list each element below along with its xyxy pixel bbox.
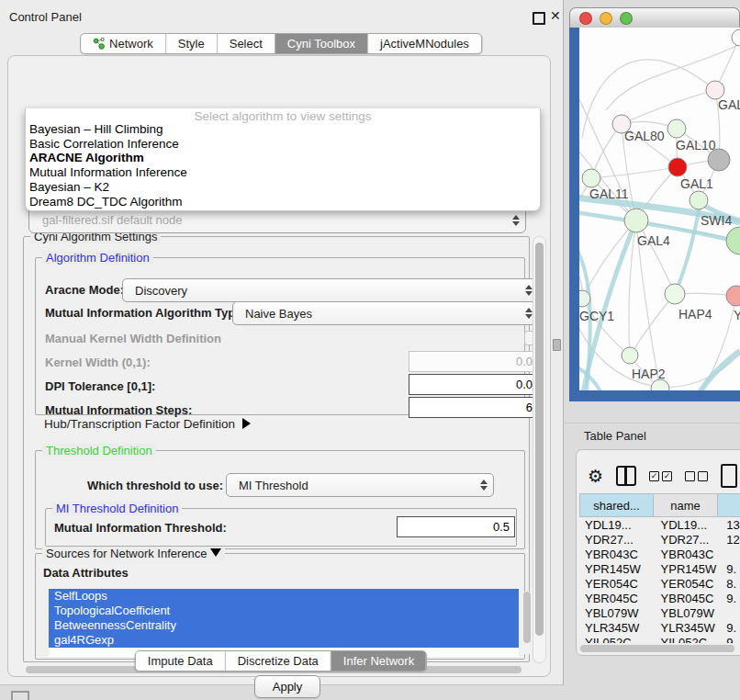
attribute-list-item[interactable]: gal4RGexp	[49, 633, 519, 648]
hub-definition-expander[interactable]: Hub/Transcription Factor Definition	[44, 417, 251, 431]
column-header-shared-name[interactable]: shared...	[579, 493, 654, 517]
network-node[interactable]	[726, 286, 740, 306]
table-horizontal-scrollbar[interactable]	[578, 643, 738, 652]
algorithm-option[interactable]: Bayesian – K2	[26, 180, 540, 195]
network-node[interactable]	[726, 227, 740, 254]
tab-select[interactable]: Select	[217, 34, 275, 53]
table-cell[interactable]: 12	[724, 533, 740, 547]
checked-columns-icon[interactable]: ✓✓	[649, 471, 672, 481]
table-row[interactable]: YER054CYER054C8.	[579, 576, 740, 591]
table-cell[interactable]: YDL19...	[657, 518, 725, 532]
document-icon[interactable]	[721, 464, 737, 488]
table-cell[interactable]: YBL079W	[657, 606, 725, 620]
tab-jactivemnodules[interactable]: jActiveMNodules	[367, 34, 481, 53]
tab-impute-data[interactable]: Impute Data	[136, 651, 225, 671]
mi-threshold-field[interactable]: 0.5	[397, 516, 515, 537]
table-cell[interactable]: YBR045C	[657, 592, 725, 605]
table-cell[interactable]: YER054C	[579, 577, 657, 591]
combobox-spinner-icon	[512, 215, 520, 226]
table-cell[interactable]: 9.	[724, 592, 740, 605]
mi-steps-label: Mutual Information Steps:	[45, 403, 192, 417]
table-cell[interactable]: YDL19...	[579, 518, 657, 532]
control-panel: Control Panel ✕ Network Style Select Cyn…	[0, 0, 564, 685]
data-attributes-list[interactable]: SelfLoopsTopologicalCoefficientBetweenne…	[49, 589, 519, 657]
window-minimize-icon[interactable]	[600, 12, 612, 25]
network-node[interactable]	[624, 209, 648, 232]
apply-button[interactable]: Apply	[254, 675, 320, 698]
minimized-panel-icon[interactable]	[11, 691, 29, 700]
table-cell[interactable]: YDR27...	[579, 533, 657, 547]
algorithm-option[interactable]: Mutual Information Inference	[26, 165, 540, 180]
network-node[interactable]	[665, 284, 685, 304]
tab-label: Select	[230, 37, 263, 51]
network-node[interactable]	[668, 158, 687, 176]
close-icon[interactable]: ✕	[550, 8, 561, 23]
table-cell[interactable]: YPR145W	[657, 562, 725, 576]
window-close-icon[interactable]	[579, 12, 592, 25]
table-cell[interactable]: YPR145W	[579, 562, 657, 576]
tab-style[interactable]: Style	[165, 34, 217, 53]
table-row[interactable]: YBL079WYBL079W	[579, 605, 740, 620]
table-cell[interactable]: 9.	[724, 621, 740, 635]
column-header-name[interactable]: name	[654, 493, 718, 517]
tab-discretize-data[interactable]: Discretize Data	[225, 651, 331, 671]
mi-algorithm-type-combobox[interactable]: Naive Bayes	[232, 301, 539, 325]
attributes-scrollbar[interactable]	[522, 591, 532, 655]
network-window-titlebar[interactable]	[569, 7, 740, 28]
table-row[interactable]: YDL19...YDL19...13	[579, 517, 740, 532]
unchecked-columns-icon[interactable]	[685, 471, 708, 481]
dpi-tolerance-field[interactable]: 0.0	[409, 374, 538, 395]
table-cell[interactable]: YER054C	[657, 577, 725, 591]
table-row[interactable]: YDR27...YDR27...12	[579, 532, 740, 547]
mi-steps-field[interactable]: 6	[409, 397, 538, 418]
attribute-list-item[interactable]: BetweennessCentrality	[49, 618, 519, 633]
network-node-label: GAL10	[676, 138, 716, 152]
aracne-mode-combobox[interactable]: Discovery	[122, 278, 539, 302]
cyni-algorithm-settings-group: Cyni Algorithm Settings Algorithm Defini…	[23, 236, 530, 662]
network-node[interactable]	[732, 29, 740, 46]
table-cell[interactable]: YBL079W	[579, 606, 657, 620]
gear-icon[interactable]: ⚙	[588, 468, 603, 485]
panel-splitter-handle[interactable]	[553, 339, 561, 351]
table-row[interactable]: YBR043CYBR043C	[579, 547, 740, 561]
tab-cyni-toolbox[interactable]: Cyni Toolbox	[275, 34, 367, 53]
algorithm-option[interactable]: Basic Correlation Inference	[26, 137, 540, 152]
table-row[interactable]: YLR345WYLR345W9.	[579, 620, 740, 635]
tab-infer-network[interactable]: Infer Network	[331, 651, 426, 671]
table-cell[interactable]: YBR043C	[657, 548, 725, 561]
kernel-width-field: 0.0	[409, 351, 538, 372]
attribute-list-item[interactable]: TopologicalCoefficient	[49, 604, 519, 618]
table-cell[interactable]: YLR345W	[579, 621, 657, 635]
sources-title: Sources for Network Inference	[46, 547, 207, 560]
which-threshold-combobox[interactable]: MI Threshold	[226, 473, 494, 497]
window-zoom-icon[interactable]	[620, 12, 633, 25]
network-node[interactable]	[622, 347, 638, 364]
control-panel-title: Control Panel	[9, 10, 82, 24]
collapse-arrow-icon[interactable]	[210, 548, 221, 557]
table-cell[interactable]: 13	[724, 518, 740, 532]
table-row[interactable]: YBR045CYBR045C9.	[579, 591, 740, 605]
network-node[interactable]	[582, 169, 600, 187]
settings-vertical-scrollbar[interactable]	[533, 236, 546, 663]
algorithm-option[interactable]: Dream8 DC_TDC Algorithm	[26, 195, 540, 209]
network-node[interactable]	[667, 119, 686, 138]
cyni-toolbox-panel: gal-filtered.sif default node Select alg…	[7, 55, 551, 677]
columns-icon[interactable]	[616, 466, 636, 486]
table-cell[interactable]: YDR27...	[657, 533, 725, 547]
network-node[interactable]	[690, 191, 708, 209]
network-node[interactable]	[706, 81, 724, 99]
algorithm-popup-list: Bayesian – Hill ClimbingBasic Correlatio…	[26, 122, 540, 209]
table-cell[interactable]: YBR045C	[579, 592, 657, 605]
column-header-partial[interactable]	[718, 493, 740, 517]
table-cell[interactable]: YLR345W	[657, 621, 725, 635]
table-row[interactable]: YPR145WYPR145W9.	[579, 561, 740, 576]
network-canvas[interactable]: GALGAL80GAL10GAL1GAL11SWI4GAL4GCY1HAP4YH…	[579, 28, 740, 390]
table-cell[interactable]: 9.	[724, 562, 740, 576]
table-cell[interactable]: 8.	[724, 577, 740, 591]
algorithm-option[interactable]: Bayesian – Hill Climbing	[26, 122, 540, 137]
attribute-list-item[interactable]: SelfLoops	[49, 589, 519, 604]
algorithm-option[interactable]: ARACNE Algorithm	[26, 151, 540, 165]
table-cell[interactable]: YBR043C	[579, 548, 657, 561]
float-window-icon[interactable]	[533, 12, 545, 25]
tab-network[interactable]: Network	[81, 34, 165, 53]
